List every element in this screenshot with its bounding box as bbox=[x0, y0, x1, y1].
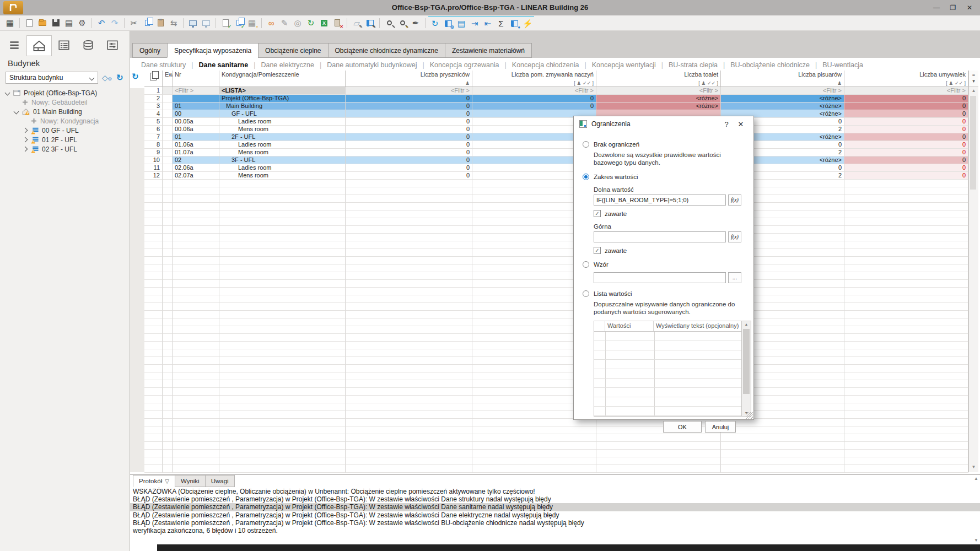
structure-view-select[interactable]: Struktura budynku bbox=[6, 72, 98, 84]
cell-umyw[interactable]: 0 bbox=[844, 102, 968, 110]
pattern-browse-button[interactable]: ... bbox=[728, 272, 741, 283]
cell-umyw[interactable]: 0 bbox=[844, 164, 968, 172]
value-list-row[interactable] bbox=[594, 397, 741, 407]
resize-grip[interactable] bbox=[746, 412, 753, 419]
cell-ew[interactable] bbox=[163, 156, 173, 164]
tree-expander-icon[interactable] bbox=[5, 90, 10, 96]
cell-prysz[interactable]: 0 bbox=[346, 110, 472, 118]
cell-nr[interactable]: 00 bbox=[173, 110, 219, 118]
upper-included-checkbox[interactable]: ✓ zawarte bbox=[594, 247, 745, 254]
cell-kond[interactable]: Ladies room bbox=[219, 141, 346, 149]
value-list-row[interactable] bbox=[594, 388, 741, 397]
cell-num[interactable]: 4 bbox=[144, 110, 163, 118]
table-row[interactable]: 301Main Building00<różne><różne>0 bbox=[144, 102, 968, 110]
table-empty-row[interactable] bbox=[144, 218, 968, 226]
column-header-nr[interactable]: Nr bbox=[173, 71, 219, 87]
table-row[interactable]: 1102.06aLadies room000 bbox=[144, 164, 968, 172]
value-list-scrollbar[interactable]: ▲ ▼ bbox=[741, 321, 751, 416]
cell-prysz[interactable]: 0 bbox=[346, 149, 472, 156]
table-empty-row[interactable] bbox=[144, 426, 968, 434]
cell-nr[interactable]: 01 bbox=[173, 133, 219, 141]
cell-umyw[interactable]: 0 bbox=[844, 149, 968, 156]
cell-pisuar[interactable]: <różne> bbox=[721, 102, 844, 110]
log-tab-wyniki[interactable]: Wyniki bbox=[175, 475, 205, 487]
value-list-row[interactable] bbox=[594, 360, 741, 369]
log-line[interactable]: weryfikacja zakończona, 6 błędów i 10 os… bbox=[130, 527, 980, 534]
table-empty-row[interactable] bbox=[144, 465, 968, 473]
value-list-row[interactable] bbox=[594, 369, 741, 379]
cell-nr[interactable]: 00.05a bbox=[173, 118, 219, 126]
cell-kond[interactable]: Projekt (Office-Bsp-TGA) bbox=[219, 95, 346, 102]
ok-button[interactable]: OK bbox=[663, 421, 702, 433]
maximize-button[interactable]: ❐ bbox=[945, 0, 961, 15]
tab-og-lny[interactable]: Ogólny bbox=[132, 43, 167, 58]
cell-kond[interactable]: Ladies room bbox=[219, 118, 346, 126]
cut-icon[interactable]: ✂ bbox=[127, 17, 141, 29]
table-row[interactable]: 400GF - UFL0<różne>0 bbox=[144, 110, 968, 118]
sync-icon[interactable]: ⇆ bbox=[167, 17, 180, 29]
filter-cell-prysz[interactable]: <Filtr > bbox=[346, 87, 472, 95]
subtab-bu-obci-enie-ch-odnicze[interactable]: BU-obciążenie chłodnicze bbox=[725, 61, 815, 69]
check-document-icon[interactable]: ✓ bbox=[219, 17, 232, 29]
recalculate-icon[interactable]: ↻ bbox=[304, 17, 317, 29]
dialog-titlebar[interactable]: Ograniczenia ? ✕ bbox=[574, 116, 753, 132]
option-value-range[interactable]: Zakres wartości bbox=[583, 174, 745, 180]
sidebar-tab-menu[interactable] bbox=[2, 35, 26, 55]
calculation-table-icon[interactable]: ▦▪ bbox=[245, 17, 259, 29]
table-empty-row[interactable] bbox=[144, 388, 968, 396]
import-icon[interactable]: ⇤ bbox=[481, 18, 494, 30]
sidebar-tab-list[interactable] bbox=[52, 35, 76, 55]
tab-zestawienie-materia-w-[interactable]: Zestawienie materiałówń bbox=[445, 43, 532, 58]
log-line[interactable]: BŁĄD (Zestawienie pomieszczeń , Parametr… bbox=[130, 503, 980, 511]
table-empty-row[interactable] bbox=[144, 318, 968, 326]
table-empty-row[interactable] bbox=[144, 264, 968, 272]
cell-kond[interactable]: Mens room bbox=[219, 126, 346, 133]
value-list-row[interactable] bbox=[594, 350, 741, 360]
table-row[interactable]: 600.06aMens room020 bbox=[144, 126, 968, 133]
table-empty-row[interactable] bbox=[144, 396, 968, 403]
cell-ew[interactable] bbox=[163, 164, 173, 172]
scroll-down-icon[interactable]: ▼ bbox=[969, 463, 978, 471]
cell-kond[interactable]: GF - UFL bbox=[219, 110, 346, 118]
value-list-row[interactable] bbox=[594, 332, 741, 341]
tree-expander-icon[interactable] bbox=[14, 109, 19, 115]
table-row[interactable]: 10023F - UFL0<różne>0 bbox=[144, 156, 968, 164]
cell-nr[interactable]: 02.07a bbox=[173, 172, 219, 180]
settings-icon[interactable]: ⚙ bbox=[76, 17, 89, 29]
measure-icon[interactable]: ▱✎ bbox=[350, 17, 363, 29]
subtab-bu-strata-ciep-a[interactable]: BU-strata ciepła bbox=[663, 61, 723, 69]
filter-cell-num[interactable]: 1 bbox=[144, 87, 163, 95]
table-row[interactable]: 2Projekt (Office-Bsp-TGA)00<różne><różne… bbox=[144, 95, 968, 102]
minimize-button[interactable]: — bbox=[928, 0, 945, 15]
cell-nr[interactable]: 01 bbox=[173, 102, 219, 110]
cell-ew[interactable] bbox=[163, 149, 173, 156]
table-empty-row[interactable] bbox=[144, 203, 968, 210]
value-list-row[interactable] bbox=[594, 341, 741, 350]
cell-umyw[interactable]: 0 bbox=[844, 95, 968, 102]
print-icon[interactable]: ▤ bbox=[62, 17, 76, 29]
cell-ew[interactable] bbox=[163, 126, 173, 133]
column-header-zmyw[interactable]: Liczba pom. zmywania naczyń[ ♟ ✓✓ ] bbox=[472, 71, 596, 87]
cell-prysz[interactable]: 0 bbox=[346, 95, 472, 102]
log-line[interactable]: BŁĄD (Zestawienie pomieszczeń , Parametr… bbox=[130, 495, 980, 503]
filter-cell-nr[interactable]: <Filtr > bbox=[173, 87, 219, 95]
cell-num[interactable]: 6 bbox=[144, 126, 163, 133]
filter-cell-toalet[interactable]: <Filtr > bbox=[596, 87, 721, 95]
column-header-umyw[interactable]: Liczba umywalek[ ♟ ✓✓ ] bbox=[844, 71, 968, 87]
cell-ew[interactable] bbox=[163, 118, 173, 126]
cell-num[interactable]: 11 bbox=[144, 164, 163, 172]
cell-umyw[interactable]: 0 bbox=[844, 126, 968, 133]
sidebar-tab-building[interactable] bbox=[26, 35, 52, 56]
table-empty-row[interactable] bbox=[144, 187, 968, 195]
cell-num[interactable]: 3 bbox=[144, 102, 163, 110]
copy-icon[interactable] bbox=[141, 17, 154, 29]
cell-nr[interactable] bbox=[173, 95, 219, 102]
radio-icon[interactable] bbox=[583, 290, 589, 297]
table-empty-row[interactable] bbox=[144, 241, 968, 249]
table-empty-row[interactable] bbox=[144, 411, 968, 419]
filter-cell-kond[interactable]: <LISTA> bbox=[219, 87, 346, 95]
edit-pencil-icon[interactable]: ✎ bbox=[278, 17, 291, 29]
cell-nr[interactable]: 01.06a bbox=[173, 141, 219, 149]
help-button[interactable]: ? bbox=[719, 120, 734, 128]
table-search-icon[interactable]: ● bbox=[508, 18, 521, 30]
